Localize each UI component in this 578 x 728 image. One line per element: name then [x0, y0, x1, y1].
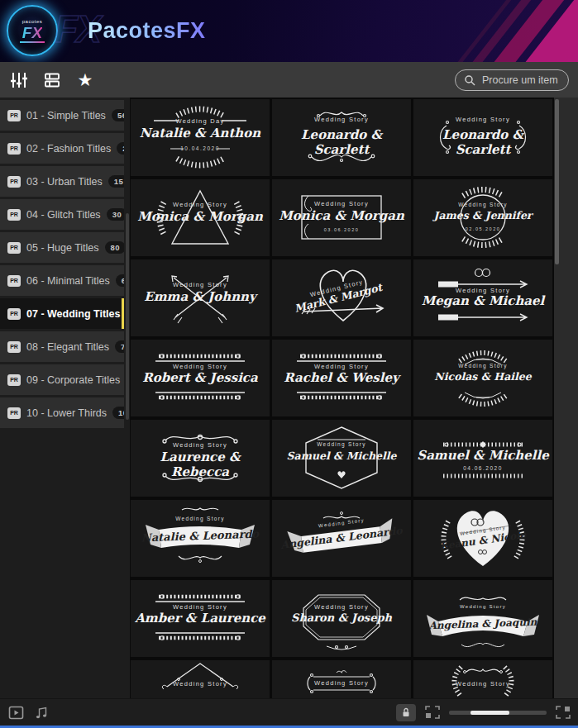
app-window: pacotes FX FX PacotesFX ★	[0, 0, 578, 728]
template-thumbnail[interactable]: Wedding Story Natalie & Leonardo	[131, 500, 270, 577]
template-thumbnail[interactable]: Wedding Story James & Jennifer 02.05.202…	[413, 179, 552, 256]
logo-pacotes-text: pacotes	[22, 19, 43, 24]
template-date: 03.06.2020	[272, 227, 411, 232]
template-thumbnail[interactable]: Wedding Story	[272, 660, 411, 698]
template-label: Wedding Story	[413, 604, 552, 609]
sidebar-item[interactable]: PR 08 - Elegant Titles 70	[0, 331, 124, 362]
search-input[interactable]	[480, 74, 560, 87]
premiere-file-icon: PR	[7, 176, 21, 188]
sidebar-scrollbar[interactable]	[126, 213, 129, 420]
grid-scrollbar-thumb[interactable]	[555, 99, 559, 264]
item-count-badge: 24	[117, 142, 124, 155]
lock-icon[interactable]	[396, 704, 416, 721]
fit-screen-icon[interactable]	[424, 705, 441, 720]
template-label: Wedding Story	[272, 200, 411, 207]
template-thumbnail[interactable]: Wedding Story Amber & Laurence	[131, 580, 270, 657]
item-count-badge: 566	[112, 109, 124, 122]
template-thumbnail[interactable]: Wedding Story Megan & Michael	[413, 259, 552, 336]
template-label: Wedding Story	[131, 281, 270, 288]
template-date: 10.04.2020	[131, 145, 270, 151]
template-thumbnail[interactable]: Wedding Story Laurence & Rebecca	[131, 420, 270, 497]
template-label: Wedding Story	[272, 679, 411, 687]
selected-marker	[122, 298, 124, 329]
template-label: Wedding Story	[272, 603, 411, 611]
template-couple-name: Nicolas & Hailee	[413, 370, 552, 383]
premiere-file-icon: PR	[7, 374, 21, 386]
item-count-badge: 70	[115, 340, 124, 354]
template-thumbnail[interactable]: Wedding Story	[131, 660, 270, 698]
logo-underline	[20, 41, 45, 43]
expand-icon[interactable]	[555, 705, 571, 720]
template-couple-name: Robert & Jessica	[131, 370, 270, 385]
template-thumbnail[interactable]: Wedding Story Rachel & Wesley	[272, 340, 411, 416]
template-couple-name: Rachel & Wesley	[272, 370, 411, 385]
template-label: Wedding Story	[272, 363, 411, 370]
template-thumbnail[interactable]: Wedding Story	[413, 660, 552, 698]
template-thumbnail[interactable]: Wedding Story Leonardo & Scarlett	[413, 99, 552, 176]
premiere-file-icon: PR	[7, 242, 21, 254]
item-count-badge: 80	[105, 241, 124, 255]
template-label: Wedding Story	[413, 680, 552, 688]
template-thumbnail[interactable]: Wedding Story Mark & Margot	[272, 259, 411, 336]
sidebar-item[interactable]: PR 09 - Corporate Titles	[0, 364, 124, 395]
grid-scrollbar-track[interactable]	[554, 98, 578, 698]
toolbar: ★	[0, 62, 578, 98]
template-thumbnail[interactable]: Wedding Story Emma & Johnny	[131, 259, 270, 336]
template-thumbnail[interactable]: Wedding Story Angelina & Joaquin	[413, 580, 552, 657]
premiere-file-icon: PR	[7, 407, 21, 419]
template-couple-name: Emma & Johnny	[131, 289, 270, 304]
sidebar-item-label: 07 - Wedding Titles	[26, 308, 120, 320]
sidebar-item-label: 06 - Minimal Titles	[26, 275, 110, 287]
play-icon[interactable]	[8, 706, 24, 720]
template-label: Wedding Story	[131, 441, 270, 449]
template-couple-name: Monica & Morgan	[131, 209, 270, 224]
sidebar-item[interactable]: PR 04 - Glitch Titles 30	[0, 199, 124, 230]
template-thumbnail[interactable]: Wedding Story Monica & Morgan	[131, 179, 270, 256]
search-box[interactable]	[455, 69, 569, 91]
template-thumbnail[interactable]: Wedding Story Monica & Morgan 03.06.2020	[272, 179, 411, 256]
zoom-slider[interactable]	[449, 711, 547, 715]
template-label: Wedding Story	[131, 363, 270, 370]
premiere-file-icon: PR	[7, 308, 21, 320]
item-count-badge: 100	[112, 407, 124, 420]
template-label: Wedding Story	[413, 363, 552, 369]
sidebar-item[interactable]: PR 02 - Fashion Titles 24	[0, 133, 124, 164]
sidebar-item[interactable]: PR 07 - Wedding Titles 7	[0, 298, 124, 329]
sidebar-item[interactable]: PR 01 - Simple Titles 566	[0, 100, 124, 131]
template-couple-name: Leonardo & Scarlett	[413, 127, 552, 157]
template-couple-name: Megan & Michael	[413, 293, 552, 308]
sidebar-item-label: 04 - Glitch Titles	[26, 209, 101, 221]
template-thumbnail[interactable]: Wedding Story Leonardo & Scarlett	[272, 99, 411, 176]
sidebar-item-label: 09 - Corporate Titles	[26, 374, 120, 386]
premiere-file-icon: PR	[7, 143, 21, 155]
template-thumbnail[interactable]: Wedding Story Nicolas & Hailee	[413, 340, 552, 416]
sidebar-item-label: 01 - Simple Titles	[26, 110, 106, 121]
sidebar-item[interactable]: PR 10 - Lower Thirds 100	[0, 397, 124, 428]
template-label: Wedding Story	[131, 603, 270, 611]
template-label: Wedding Story	[131, 680, 270, 688]
template-thumbnail[interactable]: Wedding Story Sharon & Joseph	[272, 580, 411, 657]
template-thumbnail[interactable]: Wedding Story Samuel & Michelle	[272, 420, 411, 497]
mixer-icon[interactable]	[9, 70, 29, 90]
template-label: Wedding Story	[413, 202, 552, 207]
sidebar-item[interactable]: PR 06 - Minimal Titles 60	[0, 265, 124, 296]
item-count-badge: 15	[108, 175, 124, 188]
template-couple-name: Sharon & Joseph	[272, 611, 411, 624]
bottom-right-controls	[396, 704, 571, 721]
list-icon[interactable]	[42, 70, 62, 90]
template-thumbnail[interactable]: Wedding Day Natalie & Anthon 10.04.2020	[131, 99, 270, 176]
music-note-icon[interactable]	[35, 706, 49, 720]
sidebar-item[interactable]: PR 05 - Huge Titles 80	[0, 232, 124, 263]
template-date: 02.05.2020	[413, 226, 552, 231]
template-couple-name: Amber & Laurence	[131, 611, 270, 626]
sidebar: PR 01 - Simple Titles 566 PR 02 - Fashio…	[0, 98, 130, 698]
zoom-slider-thumb[interactable]	[471, 711, 509, 715]
sidebar-item[interactable]: PR 03 - Urban Titles 15	[0, 166, 124, 197]
template-thumbnail[interactable]: Samuel & Michelle 04.06.2020	[413, 420, 552, 497]
bottom-bar	[0, 698, 578, 728]
template-thumbnail[interactable]: Wedding Story Robert & Jessica	[131, 340, 270, 416]
template-thumbnail[interactable]: Wedding Story Angelina & Leonardo	[272, 500, 411, 577]
template-thumbnail[interactable]: Wedding Story Keanu & Nicole	[413, 500, 552, 577]
star-icon[interactable]: ★	[75, 70, 95, 90]
sidebar-item-label: 10 - Lower Thirds	[26, 407, 107, 419]
